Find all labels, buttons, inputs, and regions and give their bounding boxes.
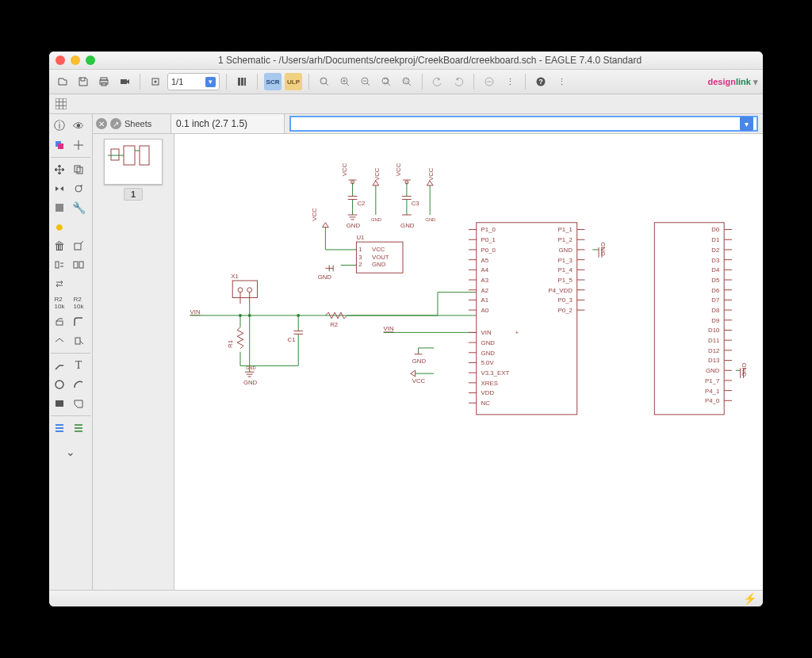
invoke-icon[interactable]: [70, 332, 87, 350]
zoom-out-icon[interactable]: [357, 73, 374, 90]
bus-icon[interactable]: [51, 419, 68, 437]
replace-icon[interactable]: [51, 275, 68, 293]
command-history-dropdown-icon[interactable]: ▾: [740, 117, 753, 131]
svg-text:GND: GND: [372, 261, 386, 268]
zoom-redraw-icon[interactable]: [377, 73, 395, 90]
detach-panel-icon[interactable]: ↗: [110, 118, 121, 129]
close-panel-icon[interactable]: ✕: [96, 118, 107, 129]
pinswap-icon[interactable]: [51, 256, 68, 274]
designlink-button[interactable]: designlink ▾: [708, 77, 758, 87]
undo-icon[interactable]: [429, 73, 446, 90]
erc-status-icon[interactable]: ⚡: [743, 592, 756, 605]
grid-icon[interactable]: [54, 97, 68, 111]
svg-text:P4_VDD: P4_VDD: [548, 287, 573, 294]
svg-text:D0: D0: [711, 226, 720, 233]
sheets-label: Sheets: [124, 119, 151, 128]
svg-text:D12: D12: [708, 347, 719, 354]
mirror-icon[interactable]: [51, 180, 68, 197]
schematic-canvas[interactable]: VCC C2 GND VCC GND: [174, 134, 763, 590]
more-icon[interactable]: ⋮: [553, 73, 570, 90]
svg-point-101: [238, 288, 243, 293]
miter-icon[interactable]: [70, 313, 87, 331]
minimize-window-button[interactable]: [71, 55, 80, 65]
cam-icon[interactable]: [116, 73, 133, 90]
ulp-icon[interactable]: ULP: [285, 73, 302, 90]
svg-text:P1_7: P1_7: [705, 377, 719, 384]
svg-line-20: [388, 83, 390, 86]
gateswap-icon[interactable]: [70, 256, 87, 274]
svg-text:GND: GND: [706, 367, 720, 374]
svg-text:GND: GND: [741, 362, 748, 377]
lock-icon[interactable]: [70, 275, 87, 293]
mark-icon[interactable]: [70, 136, 87, 154]
move-icon[interactable]: [51, 161, 68, 178]
svg-text:P1_4: P1_4: [558, 266, 573, 274]
delete-icon[interactable]: 🗑: [51, 237, 68, 254]
polygon-icon[interactable]: [70, 395, 87, 412]
use-library-icon[interactable]: [233, 73, 251, 90]
info-icon[interactable]: ⓘ: [51, 117, 68, 135]
command-input[interactable]: [294, 117, 737, 130]
zoom-select-icon[interactable]: [398, 73, 416, 90]
copy-icon[interactable]: [70, 161, 87, 178]
svg-rect-52: [140, 146, 149, 165]
svg-text:VCC: VCC: [311, 208, 318, 221]
save-icon[interactable]: [75, 73, 92, 90]
name-icon[interactable]: R210k: [51, 294, 68, 312]
svg-rect-36: [75, 243, 81, 250]
sheet-number[interactable]: 1: [124, 188, 143, 201]
cut-icon[interactable]: ●: [51, 218, 68, 235]
add-icon[interactable]: [70, 237, 87, 254]
svg-text:D2: D2: [711, 247, 719, 254]
svg-text:P4_1: P4_1: [705, 388, 719, 395]
sheet-selector[interactable]: 1/1 ▾: [167, 73, 220, 90]
split-icon[interactable]: [51, 332, 68, 350]
close-window-button[interactable]: [56, 55, 65, 65]
zoom-in-icon[interactable]: [336, 73, 354, 90]
svg-text:P1_0: P1_0: [481, 226, 496, 233]
svg-text:VIN: VIN: [190, 308, 201, 316]
text-icon[interactable]: T: [70, 357, 87, 374]
net-icon[interactable]: [70, 419, 87, 437]
board-switch-icon[interactable]: [147, 73, 164, 90]
change-icon[interactable]: 🔧: [70, 199, 87, 216]
svg-text:P1_3: P1_3: [558, 257, 573, 264]
circle-icon[interactable]: [51, 376, 68, 393]
svg-rect-7: [241, 78, 243, 86]
open-icon[interactable]: [54, 73, 71, 90]
rotate-icon[interactable]: [70, 180, 87, 197]
help-icon[interactable]: ?: [532, 73, 550, 90]
stop-icon[interactable]: [481, 73, 498, 90]
zoom-window-button[interactable]: [86, 55, 95, 65]
svg-text:C3: C3: [412, 200, 419, 207]
layer-icon[interactable]: [51, 136, 68, 154]
svg-text:R2: R2: [330, 321, 338, 328]
svg-text:?: ?: [538, 78, 543, 86]
rect-icon[interactable]: [51, 395, 68, 412]
redo-icon[interactable]: [450, 73, 467, 90]
svg-text:D8: D8: [711, 307, 719, 314]
paste-icon[interactable]: [70, 218, 87, 235]
go-icon[interactable]: ⋮: [501, 73, 519, 90]
svg-point-21: [403, 78, 409, 84]
arc-icon[interactable]: [70, 376, 87, 393]
value-icon[interactable]: R210k: [70, 294, 87, 312]
svg-text:P0_0: P0_0: [481, 247, 496, 254]
show-icon[interactable]: 👁: [70, 117, 87, 135]
script-icon[interactable]: SCR: [264, 73, 282, 90]
svg-rect-41: [75, 338, 80, 344]
body: ⓘ 👁 🔧 ●: [49, 114, 763, 590]
svg-point-42: [56, 381, 63, 388]
svg-text:VCC: VCC: [341, 163, 348, 176]
svg-line-10: [326, 83, 328, 86]
wire-icon[interactable]: [51, 357, 68, 374]
svg-text:P0_1: P0_1: [481, 236, 496, 243]
expand-palette-icon[interactable]: ⌄: [62, 443, 79, 461]
svg-rect-40: [56, 321, 63, 325]
zoom-fit-icon[interactable]: [316, 73, 333, 90]
smash-icon[interactable]: [51, 313, 68, 331]
svg-text:1: 1: [358, 246, 362, 253]
group-icon[interactable]: [51, 199, 68, 216]
sheet-thumbnail[interactable]: [104, 139, 163, 185]
print-icon[interactable]: [95, 73, 113, 90]
